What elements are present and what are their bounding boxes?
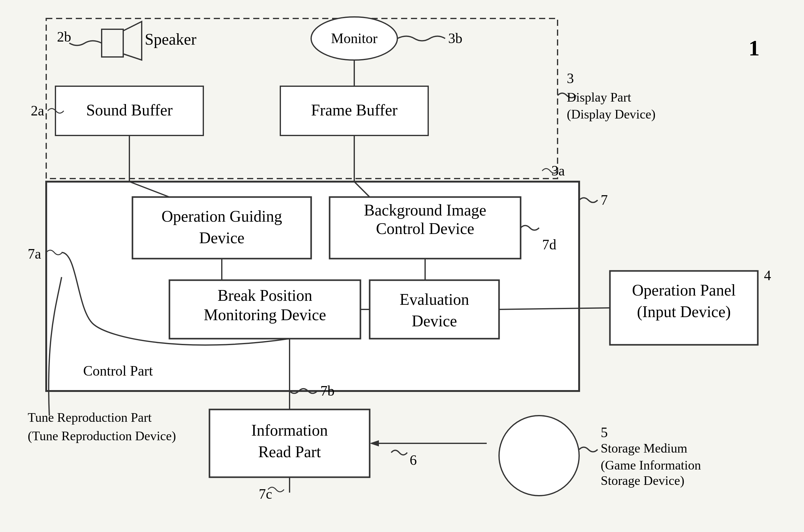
op-panel-label2: (Input Device) xyxy=(637,303,731,321)
label-5: 5 xyxy=(601,424,608,440)
bg-image-label1: Background Image xyxy=(364,201,486,219)
control-part-label: Control Part xyxy=(83,363,153,379)
frame-buffer-label: Frame Buffer xyxy=(311,101,398,119)
info-read-label1: Information xyxy=(251,421,328,439)
storage-medium-label: Storage Medium xyxy=(601,441,687,455)
game-info-label1: (Game Information xyxy=(601,458,701,473)
label-6: 6 xyxy=(410,452,417,468)
label-3b: 3b xyxy=(448,31,462,46)
label-7c: 7c xyxy=(259,486,272,502)
display-device-label: (Display Device) xyxy=(567,107,656,121)
op-panel-label1: Operation Panel xyxy=(632,281,735,299)
tune-repro-sub-label: (Tune Reproduction Device) xyxy=(28,429,176,443)
eval-device-label1: Evaluation xyxy=(399,291,469,308)
operation-guiding-label2: Device xyxy=(199,229,244,247)
game-info-label2: Storage Device) xyxy=(601,474,685,488)
speaker-label: Speaker xyxy=(145,31,196,48)
eval-device-label2: Device xyxy=(412,312,457,330)
display-part-label: Display Part xyxy=(567,90,631,104)
label-7a: 7a xyxy=(28,246,41,262)
info-read-label2: Read Part xyxy=(258,443,321,460)
bg-image-label2: Control Device xyxy=(376,220,474,238)
break-pos-label2: Monitoring Device xyxy=(204,306,326,324)
label-3: 3 xyxy=(567,71,574,86)
break-pos-label1: Break Position xyxy=(218,287,312,304)
label-3a: 3a xyxy=(551,163,565,178)
svg-rect-9 xyxy=(132,197,311,259)
sound-buffer-label: Sound Buffer xyxy=(86,101,173,119)
label-2b: 2b xyxy=(57,29,71,45)
label-7b: 7b xyxy=(320,383,335,399)
tune-repro-label: Tune Reproduction Part xyxy=(28,411,152,424)
svg-point-27 xyxy=(499,416,579,496)
operation-guiding-label1: Operation Guiding xyxy=(162,208,282,225)
svg-rect-12 xyxy=(370,280,499,339)
label-7d: 7d xyxy=(542,237,556,252)
label-7: 7 xyxy=(601,192,608,208)
diagram-container: 1 Sound Buffer Frame Buffer 2b Speaker M… xyxy=(0,0,804,532)
monitor-label: Monitor xyxy=(331,31,378,46)
label-1: 1 xyxy=(749,36,760,60)
label-2a: 2a xyxy=(31,103,44,118)
label-4: 4 xyxy=(764,268,771,283)
